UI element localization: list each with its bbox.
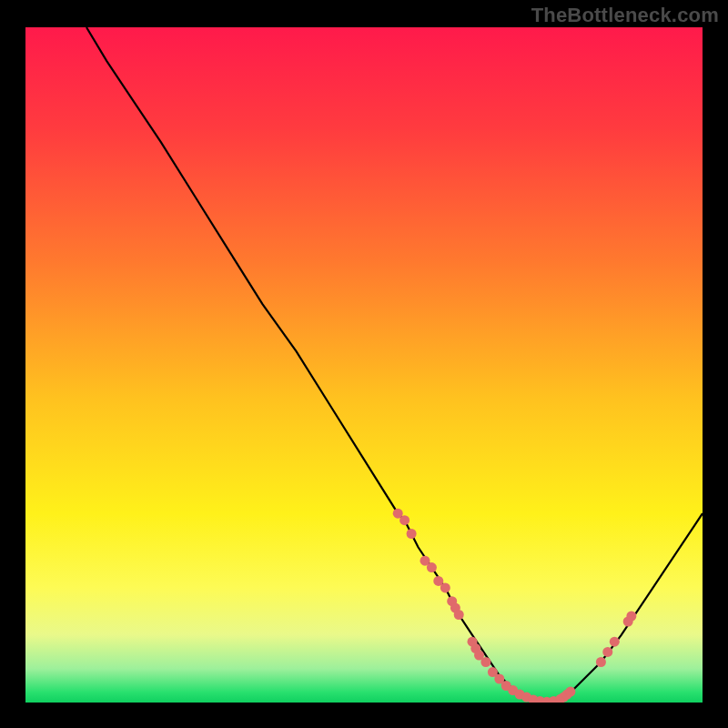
data-point — [407, 529, 417, 539]
data-point — [480, 657, 490, 667]
data-point — [427, 562, 437, 572]
data-point — [610, 637, 620, 647]
data-point — [626, 612, 636, 622]
data-point — [440, 582, 450, 592]
data-point — [565, 687, 575, 697]
data-point — [602, 647, 612, 657]
chart-frame: TheBottleneck.com — [0, 0, 728, 728]
data-point — [399, 515, 410, 525]
data-point — [596, 657, 606, 667]
plot-area — [25, 27, 703, 703]
watermark-label: TheBottleneck.com — [531, 4, 719, 27]
bottleneck-curve-chart — [25, 27, 703, 703]
data-point — [454, 610, 464, 620]
gradient-background — [25, 27, 703, 703]
